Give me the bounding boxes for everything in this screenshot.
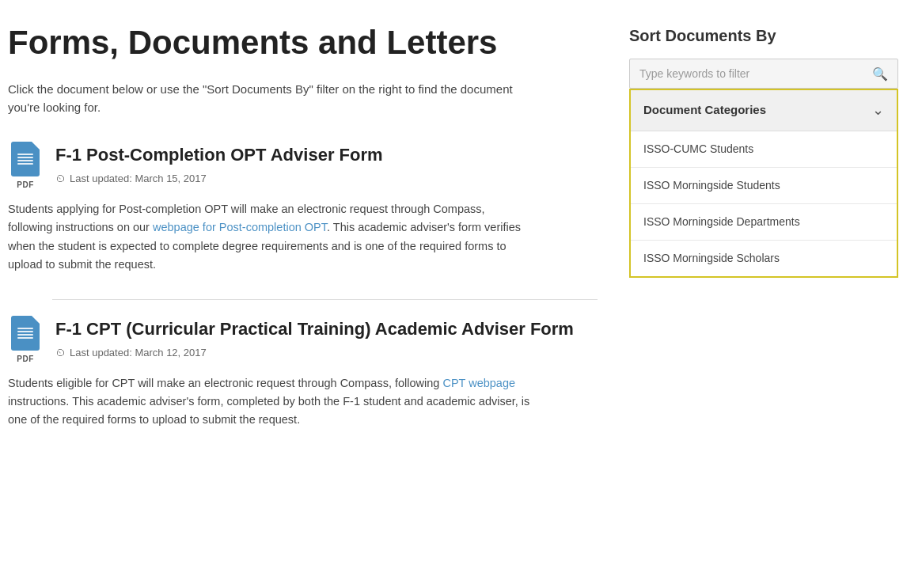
document-updated-1: ⏲ Last updated: March 15, 2017 xyxy=(55,171,598,187)
pdf-line xyxy=(17,328,33,329)
filter-item-cumc[interactable]: ISSO-CUMC Students xyxy=(631,131,897,168)
document-description-2: Students eligible for CPT will make an e… xyxy=(8,374,530,430)
main-content: Forms, Documents and Letters Click the d… xyxy=(8,24,598,455)
filter-header[interactable]: Document Categories ⌄ xyxy=(631,90,897,131)
filter-item-morningside-departments[interactable]: ISSO Morningside Departments xyxy=(631,204,897,241)
filter-item-morningside-students[interactable]: ISSO Morningside Students xyxy=(631,168,897,204)
sidebar-title: Sort Documents By xyxy=(629,24,898,47)
intro-text: Click the document below or use the "Sor… xyxy=(8,81,546,116)
document-updated-text-1: Last updated: March 15, 2017 xyxy=(70,171,207,187)
filter-header-label: Document Categories xyxy=(643,101,766,119)
pdf-file-icon-2 xyxy=(11,316,40,351)
search-input[interactable] xyxy=(630,59,863,88)
page-container: Forms, Documents and Letters Click the d… xyxy=(0,0,922,479)
pdf-label-2: PDF xyxy=(17,353,34,365)
pdf-line xyxy=(17,157,33,158)
sidebar: Sort Documents By 🔍 Document Categories … xyxy=(629,24,898,455)
pdf-icon-1: PDF xyxy=(8,142,43,191)
pdf-line xyxy=(17,154,33,155)
pdf-line xyxy=(17,163,33,165)
page-title: Forms, Documents and Letters xyxy=(8,24,598,62)
pdf-line xyxy=(17,160,33,161)
pdf-line xyxy=(17,331,33,332)
cpt-link[interactable]: CPT webpage xyxy=(442,377,515,389)
document-item-1: PDF F-1 Post-Completion OPT Adviser Form… xyxy=(8,142,598,274)
document-updated-2: ⏲ Last updated: March 12, 2017 xyxy=(55,345,598,361)
document-item-2: PDF F-1 CPT (Curricular Practical Traini… xyxy=(8,316,598,430)
document-title-area-1: F-1 Post-Completion OPT Adviser Form ⏲ L… xyxy=(55,142,598,187)
document-title-2[interactable]: F-1 CPT (Curricular Practical Training) … xyxy=(55,316,598,342)
document-title-area-2: F-1 CPT (Curricular Practical Training) … xyxy=(55,316,598,361)
chevron-down-icon: ⌄ xyxy=(872,100,884,121)
document-header-1: PDF F-1 Post-Completion OPT Adviser Form… xyxy=(8,142,598,191)
pdf-file-icon-1 xyxy=(11,142,40,176)
document-updated-text-2: Last updated: March 12, 2017 xyxy=(70,345,207,361)
document-title-1[interactable]: F-1 Post-Completion OPT Adviser Form xyxy=(55,142,598,168)
search-box: 🔍 xyxy=(629,59,898,89)
filter-box: Document Categories ⌄ ISSO-CUMC Students… xyxy=(629,89,898,278)
opt-link[interactable]: webpage for Post-completion OPT xyxy=(153,221,327,233)
pdf-icon-lines-1 xyxy=(17,152,33,166)
document-description-1: Students applying for Post-completion OP… xyxy=(8,200,530,274)
search-button[interactable]: 🔍 xyxy=(863,60,897,88)
clock-icon-1: ⏲ xyxy=(55,171,66,187)
document-header-2: PDF F-1 CPT (Curricular Practical Traini… xyxy=(8,316,598,365)
clock-icon-2: ⏲ xyxy=(55,345,66,361)
document-divider-1 xyxy=(52,299,598,300)
pdf-line xyxy=(17,334,33,336)
pdf-label-1: PDF xyxy=(17,179,34,191)
pdf-icon-lines-2 xyxy=(17,326,33,340)
filter-item-morningside-scholars[interactable]: ISSO Morningside Scholars xyxy=(631,241,897,276)
pdf-icon-2: PDF xyxy=(8,316,43,365)
pdf-line xyxy=(17,337,33,339)
